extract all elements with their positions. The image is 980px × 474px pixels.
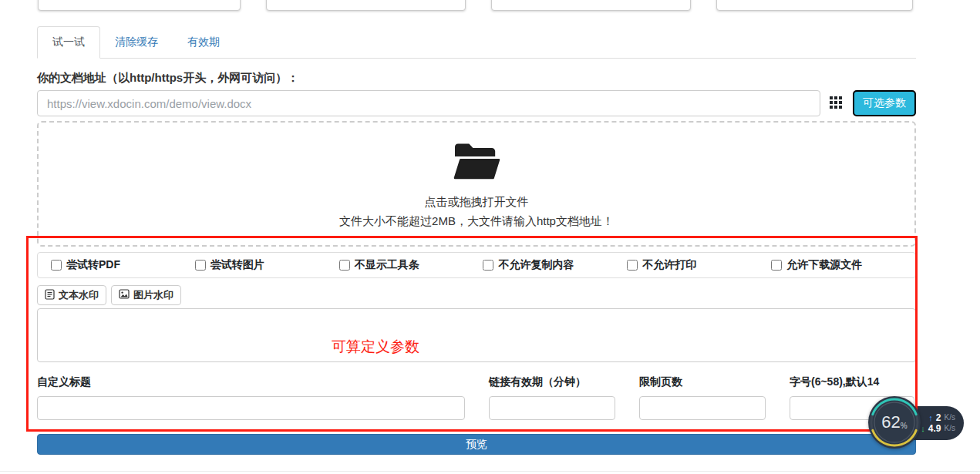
progress-percent: 62 % xyxy=(868,396,921,449)
checkbox-label: 不允许复制内容 xyxy=(498,258,574,272)
custom-params-textarea[interactable] xyxy=(37,308,916,362)
upload-speed-value: 2 xyxy=(936,413,941,422)
tab-clear-cache[interactable]: 清除缓存 xyxy=(100,27,173,58)
checkbox-label: 尝试转图片 xyxy=(210,258,264,272)
tab-bar: 试一试 清除缓存 有效期 xyxy=(37,27,916,59)
preview-button[interactable]: 预览 xyxy=(37,434,916,455)
page: 试一试 清除缓存 有效期 你的文档地址（以http/https开头，外网可访问）… xyxy=(0,0,980,474)
optional-params-button[interactable]: 可选参数 xyxy=(853,90,916,116)
custom-title-label: 自定义标题 xyxy=(37,375,91,389)
link-validity-label: 链接有效期（分钟） xyxy=(489,375,586,389)
checkbox-no-copy[interactable]: 不允许复制内容 xyxy=(483,258,627,272)
url-row: 可选参数 xyxy=(37,90,916,116)
font-size-label: 字号(6~58),默认14 xyxy=(790,375,879,389)
custom-title-input[interactable] xyxy=(37,396,465,420)
checkbox-hide-toolbar[interactable]: 不显示工具条 xyxy=(339,258,483,272)
image-icon xyxy=(119,289,130,301)
progress-circle-widget[interactable]: 62 % xyxy=(868,396,921,449)
dropzone-line1: 点击或拖拽打开文件 xyxy=(425,195,529,210)
top-input-4[interactable] xyxy=(716,0,913,11)
doc-url-label: 你的文档地址（以http/https开头，外网可访问）： xyxy=(37,71,298,86)
grid-icon xyxy=(830,96,842,111)
checkbox-input[interactable] xyxy=(627,260,638,271)
progress-percent-value: 62 xyxy=(881,412,900,432)
bottom-divider xyxy=(0,471,980,472)
checkbox-label: 不允许打印 xyxy=(642,258,696,272)
checkbox-no-print[interactable]: 不允许打印 xyxy=(627,258,771,272)
progress-percent-unit: % xyxy=(901,422,908,430)
page-limit-input[interactable] xyxy=(639,396,766,420)
checkbox-allow-download[interactable]: 允许下载源文件 xyxy=(771,258,915,272)
watermark-row: 文本水印 图片水印 xyxy=(37,285,181,305)
options-panel: 尝试转PDF 尝试转图片 不显示工具条 不允许复制内容 不允许打印 允许下载源文… xyxy=(37,252,916,278)
checkbox-input[interactable] xyxy=(483,260,493,271)
download-speed-value: 4.9 xyxy=(928,424,941,433)
watermark-button-label: 文本水印 xyxy=(59,288,99,302)
checkbox-to-pdf[interactable]: 尝试转PDF xyxy=(51,258,195,272)
link-validity-input[interactable] xyxy=(489,396,615,420)
download-speed-unit: K/s xyxy=(945,425,955,432)
custom-params-area: 可算定义参数 xyxy=(37,308,916,362)
top-input-2[interactable] xyxy=(266,0,466,11)
checkbox-input[interactable] xyxy=(771,260,782,271)
top-input-1[interactable] xyxy=(38,0,241,11)
checkbox-to-image[interactable]: 尝试转图片 xyxy=(195,258,339,272)
upload-arrow-icon: ↑ xyxy=(928,414,933,422)
upload-speed-unit: K/s xyxy=(945,414,955,422)
open-folder-icon xyxy=(453,140,500,186)
text-document-icon xyxy=(45,289,55,302)
file-dropzone[interactable]: 点击或拖拽打开文件 文件大小不能超过2MB，大文件请输入http文档地址！ xyxy=(37,121,916,247)
checkbox-input[interactable] xyxy=(195,260,206,271)
checkbox-label: 尝试转PDF xyxy=(66,258,120,272)
page-limit-label: 限制页数 xyxy=(639,375,682,389)
doc-url-input[interactable] xyxy=(37,90,820,116)
checkbox-label: 允许下载源文件 xyxy=(786,258,862,272)
checkbox-input[interactable] xyxy=(339,260,350,271)
checkbox-label: 不显示工具条 xyxy=(355,258,419,272)
download-arrow-icon: ↓ xyxy=(921,425,925,433)
text-watermark-button[interactable]: 文本水印 xyxy=(37,285,106,305)
dropzone-line2: 文件大小不能超过2MB，大文件请输入http文档地址！ xyxy=(339,214,614,229)
tab-validity[interactable]: 有效期 xyxy=(173,27,234,58)
image-watermark-button[interactable]: 图片水印 xyxy=(111,285,181,305)
top-input-3[interactable] xyxy=(491,0,691,11)
tab-try[interactable]: 试一试 xyxy=(37,26,100,59)
watermark-button-label: 图片水印 xyxy=(133,288,173,302)
grid-menu-button[interactable] xyxy=(820,90,851,116)
checkbox-input[interactable] xyxy=(51,260,62,271)
